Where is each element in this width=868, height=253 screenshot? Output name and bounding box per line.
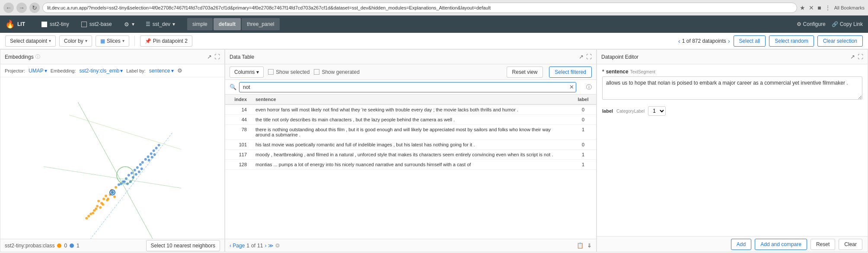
cell-index: 101 [225, 140, 251, 150]
svg-point-18 [113, 196, 116, 198]
search-help-icon[interactable]: ⓘ [586, 83, 592, 91]
sentence-field-label: *sentence TextSegment [602, 69, 862, 75]
fullscreen-icon[interactable]: ⛶ [214, 54, 220, 60]
editor-expand-icon[interactable]: ↗ [850, 54, 855, 60]
search-clear-icon[interactable]: ✕ [569, 84, 574, 90]
header-right: ⚙ Configure 🔗 Copy Link [797, 21, 863, 27]
copy-link-button[interactable]: 🔗 Copy Link [832, 21, 863, 27]
link-icon: 🔗 [832, 21, 838, 27]
projector-select[interactable]: UMAP ▾ [29, 68, 47, 74]
projector-chevron: ▾ [45, 68, 47, 74]
model-settings-button[interactable]: ⚙ ▾ [118, 16, 140, 33]
last-page-button[interactable]: ≫ [268, 243, 274, 249]
datatable-expand-icon[interactable]: ↗ [579, 54, 584, 60]
bookmark-star-icon[interactable]: ★ [800, 4, 805, 11]
asterisk: * [602, 69, 604, 75]
chevron-down-icon: ▾ [132, 21, 134, 27]
url-bar[interactable] [42, 3, 797, 13]
next-page-button[interactable]: › [265, 243, 266, 249]
select-filtered-button[interactable]: Select filtered [549, 66, 592, 78]
menu-icon[interactable]: ⋮ [825, 4, 831, 11]
table-row[interactable]: 44 the title not only describes its main… [225, 115, 596, 125]
model-checkbox-sst2-tiny [41, 22, 47, 27]
reload-button[interactable]: ↻ [29, 3, 40, 13]
svg-point-28 [134, 169, 136, 171]
forward-button[interactable]: → [16, 3, 27, 13]
total-pages: 11 [257, 243, 263, 249]
table-row[interactable]: 117 moody , heartbreaking , and filmed i… [225, 150, 596, 160]
dataset-tab[interactable]: ☰ sst_dev ▾ [140, 16, 180, 33]
search-input[interactable] [239, 82, 576, 92]
embedding-select[interactable]: sst2-tiny:cls_emb ▾ [79, 68, 123, 74]
datatable-panel-icons: ↗ ⛶ [579, 54, 592, 60]
prev-page-button[interactable]: ‹ Page [230, 243, 245, 249]
reset-view-button[interactable]: Reset view [507, 66, 543, 78]
table-row[interactable]: 128 montias ... pumps a lot of energy in… [225, 160, 596, 170]
prev-datapoint-icon[interactable]: ‹ [678, 38, 680, 44]
show-generated-label[interactable]: Show generated [314, 69, 359, 75]
editor-fullscreen-icon[interactable]: ⛶ [858, 54, 863, 60]
layout-tab-default[interactable]: default [214, 18, 241, 30]
extension-icon[interactable]: ■ [817, 4, 821, 11]
show-selected-checkbox[interactable] [268, 69, 274, 75]
copy-icon[interactable]: 📋 [577, 242, 584, 249]
label-by-select[interactable]: sentence ▾ [149, 68, 174, 74]
model-tab-sst2-base[interactable]: sst2-base [75, 16, 118, 33]
editor-panel-icons: ↗ ⛶ [850, 54, 863, 60]
label-field: label CategoryLabel 1 0 [602, 106, 862, 116]
svg-point-36 [155, 147, 158, 149]
reset-button[interactable]: Reset [811, 239, 835, 250]
datatable-fullscreen-icon[interactable]: ⛶ [586, 54, 592, 60]
table-row[interactable]: 78 there is nothing outstanding about th… [225, 125, 596, 140]
show-selected-text: Show selected [276, 69, 310, 75]
scatter-canvas[interactable] [0, 77, 224, 239]
editor-panel: Datapoint Editor ↗ ⛶ *sentence TextSegme… [597, 49, 868, 252]
embedding-value: sst2-tiny:cls_emb [79, 68, 119, 74]
clear-selection-button[interactable]: Clear selection [817, 35, 863, 47]
add-compare-button[interactable]: Add and compare [755, 239, 807, 250]
back-button[interactable]: ← [3, 3, 14, 13]
add-button[interactable]: Add [731, 239, 751, 250]
select-neighbors-button[interactable]: Select 10 nearest neighbors [146, 240, 220, 251]
info-icon[interactable]: ⓘ [35, 54, 40, 60]
layout-tab-three-panel[interactable]: three_panel [242, 18, 279, 30]
show-selected-label[interactable]: Show selected [268, 69, 310, 75]
label-by-value: sentence [149, 68, 170, 74]
columns-button[interactable]: Columns ▾ [230, 66, 264, 78]
main-content: Embeddings ⓘ ↗ ⛶ Projector: UMAP ▾ Embed… [0, 49, 868, 252]
editor-footer: Add Add and compare Reset Clear [597, 236, 868, 252]
configure-button[interactable]: ⚙ Configure [797, 21, 826, 27]
sentence-textarea[interactable]: allows us to hope that nolan is poised t… [602, 76, 862, 100]
gear-icon-configure: ⚙ [797, 21, 801, 27]
layout-tab-simple[interactable]: simple [187, 18, 213, 30]
gear-icon: ⚙ [124, 21, 129, 28]
slices-button[interactable]: ▦ Slices ▾ [96, 35, 129, 47]
clear-button[interactable]: Clear [839, 239, 862, 250]
toolbar-divider [134, 36, 135, 46]
model-tab-label-sst2-base: sst2-base [89, 21, 112, 27]
search-icon: 🔍 [230, 84, 236, 90]
svg-point-44 [123, 180, 126, 183]
table-footer: ‹ Page 1 of 11 › ≫ ❂ 📋 ⇓ [225, 239, 596, 252]
model-tab-sst2-tiny[interactable]: sst2-tiny [35, 16, 75, 33]
editor-content: *sentence TextSegment allows us to hope … [597, 64, 868, 236]
scatter-plot [0, 77, 224, 239]
select-random-button[interactable]: Select random [769, 35, 814, 47]
embeddings-panel: Embeddings ⓘ ↗ ⛶ Projector: UMAP ▾ Embed… [0, 49, 225, 252]
pin-datapoint-button[interactable]: 📌 Pin datapoint 2 [140, 35, 192, 47]
cell-label: 1 [570, 160, 596, 170]
show-generated-checkbox[interactable] [314, 69, 319, 75]
color-by-button[interactable]: Color by ▾ [59, 35, 92, 47]
settings-icon-embed[interactable]: ⚙ [177, 67, 182, 74]
table-row[interactable]: 101 his last movie was poetically romant… [225, 140, 596, 150]
cell-label: 0 [570, 104, 596, 115]
app-header: 🔥 LIT sst2-tiny sst2-base ⚙ ▾ ☰ sst_dev … [0, 16, 868, 33]
expand-icon[interactable]: ↗ [207, 54, 212, 60]
next-datapoint-icon[interactable]: › [728, 38, 730, 44]
select-datapoint-button[interactable]: Select datapoint ▾ [5, 35, 56, 47]
download-icon[interactable]: ⇓ [587, 242, 592, 249]
select-all-button[interactable]: Select all [734, 35, 766, 47]
profile-icon[interactable]: ✕ [809, 4, 814, 11]
table-row[interactable]: 14 even horror fans will most likely not… [225, 104, 596, 115]
label-select[interactable]: 1 0 [648, 106, 666, 116]
